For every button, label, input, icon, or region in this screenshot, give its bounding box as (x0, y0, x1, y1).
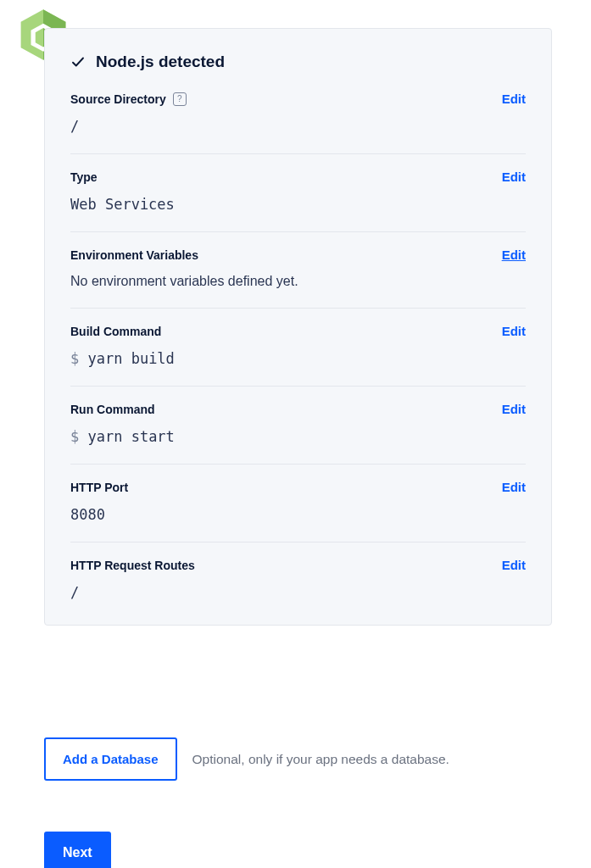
section-source-directory: Source Directory ? Edit / (70, 90, 526, 154)
section-http-routes: HTTP Request Routes Edit / (70, 542, 526, 601)
edit-http-routes[interactable]: Edit (502, 558, 526, 572)
run-command-text: yarn start (87, 428, 174, 445)
section-run-command: Run Command Edit $ yarn start (70, 387, 526, 465)
detection-title: Node.js detected (96, 53, 225, 71)
edit-env-vars[interactable]: Edit (502, 248, 526, 262)
label-type: Type (70, 170, 98, 184)
edit-http-port[interactable]: Edit (502, 480, 526, 494)
edit-source-directory[interactable]: Edit (502, 92, 526, 106)
value-type: Web Services (70, 196, 526, 213)
label-http-port: HTTP Port (70, 481, 128, 494)
value-source-directory: / (70, 118, 526, 135)
prompt-prefix: $ (70, 428, 87, 445)
label-run-command: Run Command (70, 403, 155, 416)
value-env-vars: No environment variables defined yet. (70, 274, 526, 289)
help-icon[interactable]: ? (173, 92, 187, 106)
add-database-button[interactable]: Add a Database (44, 737, 177, 781)
value-http-port: 8080 (70, 506, 526, 523)
configuration-card: Node.js detected Source Directory ? Edit… (44, 28, 552, 626)
section-type: Type Edit Web Services (70, 154, 526, 232)
edit-run-command[interactable]: Edit (502, 402, 526, 416)
add-database-row: Add a Database Optional, only if your ap… (44, 737, 553, 781)
next-button[interactable]: Next (44, 832, 111, 868)
build-command-text: yarn build (87, 350, 174, 367)
add-database-hint: Optional, only if your app needs a datab… (192, 752, 449, 767)
label-build-command: Build Command (70, 325, 161, 338)
section-http-port: HTTP Port Edit 8080 (70, 465, 526, 542)
prompt-prefix: $ (70, 350, 87, 367)
section-build-command: Build Command Edit $ yarn build (70, 309, 526, 387)
value-run-command: $ yarn start (70, 428, 526, 445)
footer-area: Add a Database Optional, only if your ap… (44, 737, 553, 868)
value-http-routes: / (70, 584, 526, 601)
label-source-directory: Source Directory (70, 92, 166, 106)
edit-type[interactable]: Edit (502, 170, 526, 184)
section-env-vars: Environment Variables Edit No environmen… (70, 232, 526, 309)
detection-row: Node.js detected (70, 53, 526, 71)
label-env-vars: Environment Variables (70, 248, 198, 262)
label-http-routes: HTTP Request Routes (70, 559, 195, 572)
value-build-command: $ yarn build (70, 350, 526, 367)
edit-build-command[interactable]: Edit (502, 324, 526, 338)
check-icon (70, 54, 86, 70)
